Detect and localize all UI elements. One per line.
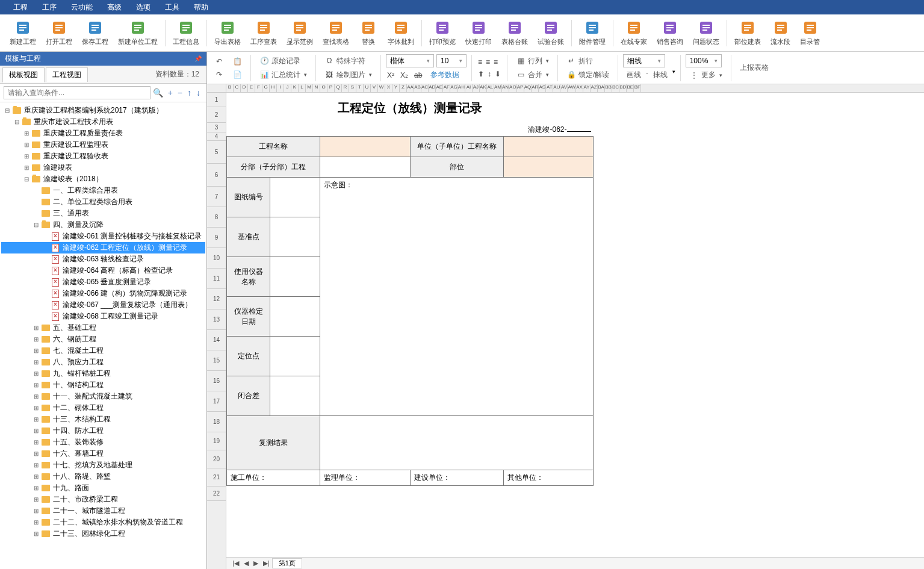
tree-lvl3a-2[interactable]: ⊞七、混凝土工程 [1,345,205,356]
col-header-L[interactable]: L [299,84,306,92]
expand-icon[interactable]: ⊞ [33,416,40,423]
col-header-C[interactable]: C [234,84,241,92]
row-header-4[interactable]: 4 [207,132,226,141]
toolbar-attach-button[interactable]: 附件管理 [574,18,610,48]
collapse-all-icon[interactable]: − [175,88,185,98]
col-header-BE[interactable]: BE [627,84,634,92]
zoom-select[interactable]: 100%▾ [686,54,722,67]
col-header-R[interactable]: R [342,84,349,92]
tree-lvl3a-17[interactable]: ⊞二十二、城镇给水排水构筑物及管道工程 [1,517,205,528]
tree-doc-2[interactable]: 渝建竣-063 轴线检查记录 [1,253,205,265]
expand-icon[interactable]: ⊞ [33,439,40,446]
tree-lvl3a-4[interactable]: ⊞九、锚杆锚桩工程 [1,368,205,379]
fontsize-select[interactable]: 10▾ [436,54,467,67]
toolbar-doc-button[interactable]: 新建工程 [5,18,41,48]
col-header-V[interactable]: V [371,84,378,92]
tab-project-view[interactable]: 工程视图 [46,67,88,82]
row-header-11[interactable]: 11 [207,269,226,289]
prev-page-button[interactable]: ◀ [241,559,251,567]
col-header-E[interactable]: E [248,84,255,92]
lock-button[interactable]: 🔒锁定/解读 [563,69,613,81]
expand-icon[interactable]: ⊞ [33,485,40,491]
tree-lvl3a-18[interactable]: ⊞二十三、园林绿化工程 [1,528,205,539]
upload-table-button[interactable]: 上报表格 [736,61,772,74]
row-header-10[interactable]: 10 [207,248,226,269]
tree-doc-0[interactable]: 渝建竣-061 测量控制桩移交与接桩复核记录 [1,231,205,242]
tree-lvl3a-0[interactable]: ⊞五、基础工程 [1,322,205,334]
row-header-1[interactable]: 1 [207,93,226,107]
col-header-AF[interactable]: AF [443,84,450,92]
tree-lvl1[interactable]: ⊟重庆市建设工程技术用表 [1,116,205,128]
col-header-G[interactable]: G [262,84,270,92]
last-page-button[interactable]: ▶| [261,559,272,567]
row-header-21[interactable]: 21 [207,468,226,487]
col-header-U[interactable]: U [364,84,371,92]
expand-icon[interactable]: ⊟ [13,119,20,125]
col-header-AX[interactable]: AX [576,84,583,92]
valign-mid-button[interactable]: ↕ [486,69,492,79]
row-header-6[interactable]: 6 [207,164,226,187]
col-header-AA[interactable]: AA [407,84,414,92]
toolbar-info-button[interactable]: 工程信息 [168,18,204,48]
row-header-17[interactable]: 17 [207,391,226,412]
next-page-button[interactable]: ▶ [251,559,261,567]
paste-button[interactable]: 📄 [229,69,246,81]
tree-lvl3a-8[interactable]: ⊞十三、木结构工程 [1,414,205,425]
input-locate[interactable] [270,337,320,376]
original-record-button[interactable]: 🕐原始记录 [256,55,311,67]
expand-icon[interactable]: ⊟ [33,222,40,228]
col-header-AO[interactable]: AO [509,84,517,92]
col-header-AS[interactable]: AS [539,84,546,92]
col-header-AZ[interactable]: AZ [591,84,598,92]
align-left-button[interactable]: ≡ [477,57,483,67]
col-header-AG[interactable]: AG [450,84,458,92]
tree-lvl3-1[interactable]: 二、单位工程类综合用表 [1,196,205,208]
row-header-14[interactable]: 14 [207,330,226,350]
tree-lvl3a-5[interactable]: ⊞十、钢结构工程 [1,379,205,391]
col-header-AL[interactable]: AL [487,84,494,92]
tree-lvl2-2[interactable]: ⊞重庆建设工程验收表 [1,151,205,162]
input-subpart[interactable] [320,157,411,178]
expand-icon[interactable]: ⊞ [33,336,40,343]
page-indicator[interactable]: 第1页 [272,558,302,568]
row-header-2[interactable]: 2 [207,107,226,123]
sheet-content[interactable]: 工程定位（放线）测量记录 渝建竣-062- 工程名称 单位（子单位）工程名称 分… [226,93,924,557]
input-retest[interactable] [320,416,594,470]
col-header-J[interactable]: J [284,84,291,92]
tree-root[interactable]: ⊟重庆建设工程档案编制系统2017（建筑版） [1,105,205,116]
col-header-AH[interactable]: AH [458,84,465,92]
toolbar-home-button[interactable]: 新建单位工程 [113,18,163,48]
toolbar-ledger-button[interactable]: 表格台账 [497,18,533,48]
toolbar-part-button[interactable]: 部位建表 [730,18,766,48]
tree-lvl3-0[interactable]: 一、工程类综合用表 [1,185,205,196]
search-input[interactable] [4,86,150,99]
row-header-5[interactable]: 5 [207,141,226,164]
col-header-Q[interactable]: Q [335,84,342,92]
toolbar-list-button[interactable]: 工序查表 [246,18,282,48]
tree-lvl3a-14[interactable]: ⊞十九、路面 [1,482,205,494]
menu-options[interactable]: 选项 [129,2,158,13]
expand-icon[interactable]: ⊞ [33,450,40,457]
row-header-8[interactable]: 8 [207,207,226,228]
col-header-AE[interactable]: AE [436,84,443,92]
tree-lvl3a-13[interactable]: ⊞十八、路堤、路堑 [1,471,205,482]
tree-lvl3a-9[interactable]: ⊞十四、防水工程 [1,425,205,437]
toolbar-example-button[interactable]: 显示范例 [282,18,318,48]
drawline-button[interactable]: 画线 [623,69,645,81]
menu-project[interactable]: 工程 [6,2,35,13]
tree-doc-1[interactable]: 渝建竣-062 工程定位（放线）测量记录 [1,242,205,253]
col-header-AW[interactable]: AW [568,84,576,92]
special-char-button[interactable]: Ω特殊字符 [321,55,376,67]
col-header-AN[interactable]: AN [502,84,509,92]
tree-lvl2-0[interactable]: ⊞重庆建设工程质量责任表 [1,128,205,139]
first-page-button[interactable]: |◀ [230,559,241,567]
col-header-O[interactable]: O [320,84,327,92]
tree-lvl2-3[interactable]: ⊞渝建竣表 [1,162,205,173]
expand-icon[interactable]: ⊞ [23,153,30,160]
col-header-BF[interactable]: BF [634,84,641,92]
valign-bot-button[interactable]: ⬇ [494,69,502,79]
expand-icon[interactable]: ⊞ [33,382,40,388]
ref-data-button[interactable]: 参考数据 [427,69,463,81]
input-part[interactable] [504,157,594,178]
row-header-7[interactable]: 7 [207,187,226,207]
